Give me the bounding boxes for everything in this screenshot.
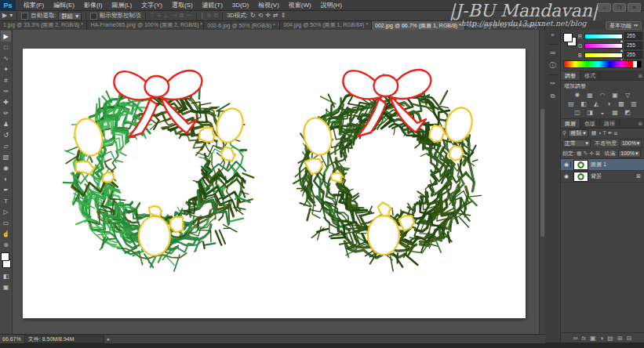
menu-item-7[interactable]: 3D(D) (227, 0, 253, 10)
tool-preset-dropdown-icon[interactable]: ▾ (9, 12, 13, 20)
threshold-icon[interactable]: ◒ (598, 109, 607, 116)
canvas-scrollbar[interactable] (539, 30, 545, 334)
blur-tool[interactable]: ◉ (1, 162, 11, 173)
tab-styles[interactable]: 樣式 (580, 71, 600, 80)
layer-filter-dropdown[interactable]: 種類 ▾ (568, 129, 588, 137)
close-button[interactable]: ✕ (628, 3, 641, 12)
layer-mask-icon[interactable]: ▣ (590, 335, 596, 342)
channel-value-field[interactable]: 255 (624, 32, 642, 40)
brush-presets-icon[interactable]: ✑ (550, 80, 555, 88)
3d-roll-icon[interactable]: ⟲ (258, 12, 264, 20)
selective-color-icon[interactable]: ▦ (610, 109, 620, 116)
align-vertical-centers-icon[interactable]: ≡ (158, 12, 162, 20)
menu-item-5[interactable]: 選取(S) (167, 0, 198, 10)
path-selection-tool[interactable]: ▷ (1, 206, 11, 217)
document-tab-3[interactable]: 004.jpg @ 50% (圖層 1, RGB/8#) *✕ (280, 20, 372, 30)
history-brush-tool[interactable]: ↺ (1, 129, 11, 140)
info-icon[interactable]: ⓘ (550, 62, 556, 70)
status-menu-arrow-icon[interactable]: ▸ (107, 336, 111, 343)
delete-layer-icon[interactable]: ⊟ (627, 335, 632, 342)
tab-paths[interactable]: 路徑 (600, 119, 620, 128)
layer-effects-icon[interactable]: fx (581, 335, 585, 341)
zoom-tool[interactable]: ⊕ (1, 239, 11, 250)
align-right-edges-icon[interactable]: ⊢ (187, 12, 192, 20)
filter-adjustment-layers-icon[interactable]: ◑ (598, 130, 601, 136)
hue-saturation-icon[interactable]: ▤ (566, 100, 576, 107)
brush-tool[interactable]: ✏ (1, 107, 11, 118)
layer-thumbnail[interactable] (573, 172, 588, 182)
scrollbar-thumb[interactable] (540, 109, 544, 237)
visibility-eye-icon[interactable]: ◉ (562, 161, 571, 168)
move-tool[interactable]: ▶ (1, 31, 11, 42)
align-bottom-edges-icon[interactable]: ⊥ (163, 12, 169, 20)
properties-icon[interactable]: ≔ (550, 49, 556, 57)
channel-slider[interactable]: ▲ (584, 34, 623, 39)
collapse-panels-icon[interactable]: « (551, 31, 554, 39)
color-swatches[interactable] (563, 33, 576, 45)
color-spectrum-bar[interactable] (563, 60, 642, 68)
foreground-color-swatch[interactable] (1, 252, 9, 261)
minimize-button[interactable]: – (598, 3, 611, 12)
channel-value-field[interactable]: 255 (624, 51, 642, 59)
dodge-tool[interactable]: ◐ (1, 173, 11, 184)
channel-slider[interactable]: ▲ (584, 43, 623, 49)
tool-color-swatches[interactable] (1, 252, 11, 268)
filter-type-layers-icon[interactable]: T (603, 130, 606, 136)
document-tab-0[interactable]: 1.jpg @ 33.3% (圖層 2, RGB/8) *✕ (0, 20, 87, 30)
levels-icon[interactable]: ▦ (585, 92, 595, 99)
pen-tool[interactable]: ✒ (1, 184, 11, 195)
spot-healing-brush-tool[interactable]: ✚ (1, 96, 11, 107)
channel-value-field[interactable]: 255 (624, 42, 642, 49)
foreground-color-swatch[interactable] (563, 33, 573, 42)
align-left-edges-icon[interactable]: ⊣ (171, 12, 176, 20)
document-canvas[interactable] (23, 49, 526, 318)
adjustment-layer-icon[interactable]: ◑ (599, 335, 603, 342)
align-top-edges-icon[interactable]: ⊤ (150, 12, 155, 20)
photo-filter-icon[interactable]: ◑ (604, 100, 613, 107)
workspace-switcher-button[interactable]: 基本功能 ▾▾ (606, 21, 642, 30)
fill-value[interactable]: 100% ▾ (618, 150, 640, 158)
menu-item-8[interactable]: 檢視(V) (253, 0, 284, 10)
tab-channels[interactable]: 色版 (580, 119, 600, 128)
lock-all-icon[interactable]: ⊠ (595, 150, 600, 157)
brightness-contrast-icon[interactable]: ✺ (573, 92, 582, 99)
menu-item-2[interactable]: 影像(I) (79, 0, 107, 10)
menu-item-9[interactable]: 視窗(W) (284, 0, 316, 10)
color-lookup-icon[interactable]: ▥ (629, 100, 639, 107)
layer-group-icon[interactable]: ▤ (607, 335, 613, 342)
filter-smart-objects-icon[interactable]: ⧈ (614, 130, 617, 136)
menu-item-0[interactable]: 檔案(F) (19, 0, 49, 10)
channel-mixer-icon[interactable]: ▩ (617, 100, 626, 107)
posterize-icon[interactable]: ◨ (585, 109, 595, 116)
layer-thumbnail[interactable] (573, 160, 588, 170)
3d-scale-icon[interactable]: ⇕ (281, 12, 286, 20)
quick-selection-tool[interactable]: ✦ (1, 63, 11, 74)
zoom-level[interactable]: 66.67% (2, 336, 21, 342)
visibility-eye-icon[interactable]: ◉ (562, 173, 571, 179)
lasso-tool[interactable]: ∿ (1, 53, 11, 63)
filter-pixel-layers-icon[interactable]: ▦ (591, 130, 597, 136)
3d-slide-icon[interactable]: ⇄ (273, 12, 278, 20)
color-balance-icon[interactable]: ◧ (579, 100, 588, 107)
channel-slider[interactable]: ▲ (584, 53, 623, 58)
menu-item-6[interactable]: 濾鏡(T) (198, 0, 227, 10)
type-tool[interactable]: T (1, 195, 11, 206)
document-tab-5[interactable]: 002-1.jpg @ 66.7% (RGB/8) *✕ (465, 20, 545, 30)
auto-align-layers-icon[interactable]: ⧉ (213, 12, 218, 20)
auto-select-dropdown[interactable]: 群組 ▾ (58, 12, 82, 20)
menu-item-3[interactable]: 圖層(L) (107, 0, 136, 10)
distribute-horizontal-icon[interactable]: ∥ (201, 12, 204, 20)
filter-shape-layers-icon[interactable]: ✒ (608, 130, 613, 136)
new-layer-icon[interactable]: ⊞ (617, 335, 623, 342)
3d-pan-icon[interactable]: ✛ (265, 12, 271, 20)
menu-item-10[interactable]: 說明(H) (316, 0, 347, 10)
lock-transparency-icon[interactable]: ▦ (577, 150, 582, 157)
panel-menu-icon[interactable]: ≣ (638, 71, 644, 80)
rectangle-tool[interactable]: ▭ (1, 217, 11, 228)
clone-stamp-tool[interactable]: ♟ (1, 118, 11, 129)
tab-adjustments[interactable]: 調整 (561, 71, 580, 80)
gradient-tool[interactable]: ▧ (1, 151, 11, 162)
search-icon[interactable]: ⚲ (562, 130, 566, 136)
menu-item-1[interactable]: 編輯(E) (49, 0, 79, 10)
align-horizontal-centers-icon[interactable]: ≣ (179, 12, 184, 20)
